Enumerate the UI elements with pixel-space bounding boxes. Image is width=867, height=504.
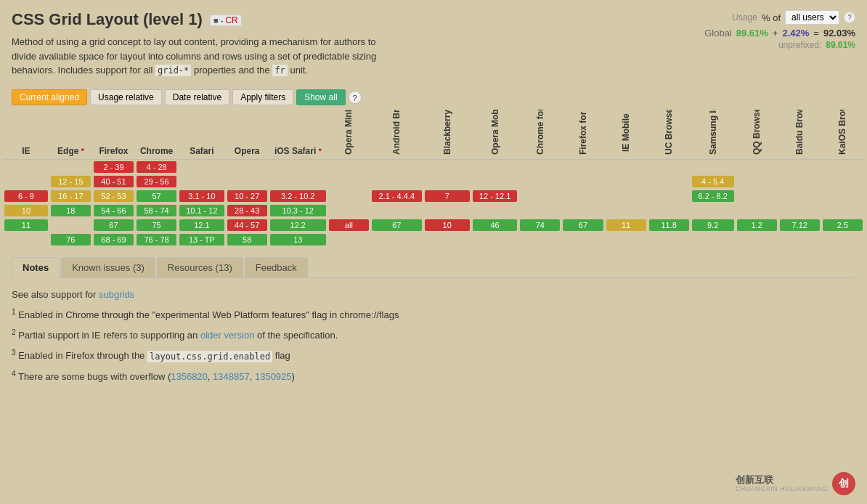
bug-link-1[interactable]: 1356820 bbox=[171, 371, 208, 382]
version-cell-edge-4 bbox=[49, 218, 92, 232]
version-badge[interactable]: 13 - TP bbox=[179, 234, 224, 245]
bug-link-2[interactable]: 1348857 bbox=[213, 371, 250, 382]
version-badge[interactable]: 6 - 9 bbox=[4, 190, 48, 202]
version-badge[interactable]: 13 bbox=[270, 234, 326, 245]
version-badge[interactable]: 11.8 bbox=[649, 219, 689, 231]
version-badge[interactable]: 2.5 bbox=[823, 219, 863, 231]
samsung-header: Samsung Internet bbox=[691, 110, 736, 160]
version-cell-samsung-1: 4 - 5.4 bbox=[691, 174, 736, 189]
version-badge[interactable]: 58 bbox=[227, 234, 267, 245]
global-pct: 89.61% bbox=[736, 28, 768, 38]
feature-description: Method of using a grid concept to lay ou… bbox=[12, 35, 389, 78]
version-cell-ie_mobile-5 bbox=[605, 232, 648, 247]
version-cell-opera_mini-5 bbox=[327, 232, 370, 247]
tab-feedback[interactable]: Feedback bbox=[245, 257, 308, 277]
version-cell-blackberry-1 bbox=[423, 174, 471, 189]
browser-table-wrap: IE Edge * Firefox Chrome Safari Opera bbox=[0, 110, 867, 248]
current-aligned-button[interactable]: Current aligned bbox=[12, 89, 87, 105]
version-badge[interactable]: 10 - 27 bbox=[227, 190, 267, 202]
version-badge[interactable]: 7 bbox=[425, 190, 470, 202]
version-badge[interactable]: 67 bbox=[563, 219, 603, 231]
version-badge[interactable]: 3.2 - 10.2 bbox=[270, 190, 326, 202]
version-cell-firefox-4: 67 bbox=[92, 218, 135, 232]
version-badge[interactable]: 16 - 17 bbox=[51, 190, 91, 202]
usage-relative-button[interactable]: Usage relative bbox=[90, 89, 162, 105]
logo-icon: 创 bbox=[832, 472, 855, 495]
version-badge[interactable]: 46 bbox=[473, 219, 518, 231]
user-filter-select[interactable]: all users bbox=[785, 10, 839, 25]
version-badge[interactable]: 67 bbox=[372, 219, 422, 231]
version-badge[interactable]: 2.1 - 4.4.4 bbox=[372, 190, 422, 202]
version-badge[interactable]: 44 - 57 bbox=[227, 219, 267, 231]
version-cell-firefox_android-4: 67 bbox=[561, 218, 604, 232]
version-cell-ie-3: 10 bbox=[3, 203, 49, 218]
version-badge[interactable]: 40 - 51 bbox=[94, 176, 134, 187]
bug-link-3[interactable]: 1350925 bbox=[255, 371, 292, 382]
version-cell-opera-2: 10 - 27 bbox=[226, 189, 269, 203]
baidu-header: Baidu Browser bbox=[778, 110, 821, 160]
version-badge[interactable]: 2 - 39 bbox=[94, 161, 134, 173]
version-badge[interactable]: 67 bbox=[94, 219, 134, 231]
version-badge[interactable]: 1.2 bbox=[737, 219, 777, 231]
version-cell-ios_safari-3: 10.3 - 12 bbox=[269, 203, 327, 218]
version-cell-qq-0 bbox=[736, 159, 778, 174]
ie-mobile-header: IE Mobile bbox=[605, 110, 648, 160]
version-badge[interactable]: 7.12 bbox=[780, 219, 820, 231]
version-badge[interactable]: 11 bbox=[606, 219, 646, 231]
version-cell-chrome-2: 57 bbox=[135, 189, 178, 203]
version-cell-uc_browser-2 bbox=[648, 189, 691, 203]
version-badge[interactable]: 9.2 bbox=[692, 219, 734, 231]
version-badge[interactable]: 58 - 74 bbox=[137, 205, 176, 216]
version-cell-opera_mobile-1 bbox=[471, 174, 519, 189]
usage-help-button[interactable]: ? bbox=[844, 12, 855, 23]
version-badge[interactable]: 6.2 - 8.2 bbox=[692, 190, 734, 202]
version-badge[interactable]: 12 - 15 bbox=[51, 176, 91, 187]
version-cell-opera_mini-2 bbox=[327, 189, 370, 203]
version-badge[interactable]: 52 - 53 bbox=[94, 190, 134, 202]
version-badge[interactable]: 12.1 bbox=[179, 219, 224, 231]
version-badge[interactable]: 75 bbox=[137, 219, 176, 231]
version-badge[interactable]: 12.2 bbox=[270, 219, 326, 231]
version-badge[interactable]: 10.1 - 12 bbox=[179, 205, 224, 216]
uc-browser-header: UC Browser for Android bbox=[648, 110, 691, 160]
version-badge[interactable]: 18 bbox=[51, 205, 91, 216]
tab-known-issues[interactable]: Known issues (3) bbox=[61, 257, 155, 277]
version-badge[interactable]: 10.3 - 12 bbox=[270, 205, 326, 216]
version-badge[interactable]: 11 bbox=[4, 219, 48, 231]
version-badge[interactable]: 28 - 43 bbox=[227, 205, 267, 216]
version-badge[interactable]: 12 - 12.1 bbox=[473, 190, 518, 202]
version-cell-qq-2 bbox=[736, 189, 778, 203]
date-relative-button[interactable]: Date relative bbox=[165, 89, 229, 105]
version-cell-edge-3: 18 bbox=[49, 203, 92, 218]
browser-table: IE Edge * Firefox Chrome Safari Opera bbox=[3, 110, 864, 248]
version-badge[interactable]: 29 - 56 bbox=[137, 176, 176, 187]
version-badge[interactable]: 76 - 78 bbox=[137, 234, 176, 245]
version-badge[interactable]: 4 - 5.4 bbox=[692, 176, 734, 187]
version-badge[interactable]: 54 - 66 bbox=[94, 205, 134, 216]
version-cell-chrome_android-4: 74 bbox=[518, 218, 561, 232]
added-pct: 2.42% bbox=[782, 28, 809, 38]
tab-notes[interactable]: Notes bbox=[12, 257, 60, 278]
show-all-button[interactable]: Show all bbox=[296, 89, 345, 105]
version-badge[interactable]: 10 bbox=[4, 205, 48, 216]
filter-help-icon[interactable]: ? bbox=[349, 91, 362, 104]
version-cell-ie-1 bbox=[3, 174, 49, 189]
version-badge[interactable]: 4 - 28 bbox=[137, 161, 176, 173]
apply-filters-button[interactable]: Apply filters bbox=[232, 89, 293, 105]
older-version-link[interactable]: older version bbox=[200, 330, 254, 341]
version-cell-firefox-3: 54 - 66 bbox=[92, 203, 135, 218]
tab-resources[interactable]: Resources (13) bbox=[157, 257, 243, 277]
version-badge[interactable]: 68 - 69 bbox=[94, 234, 134, 245]
version-badge[interactable]: 3.1 - 10 bbox=[179, 190, 224, 202]
subgrid-link[interactable]: subgrids bbox=[99, 289, 134, 300]
ie-mobile-name: IE Mobile bbox=[621, 111, 631, 155]
version-cell-ios_safari-0 bbox=[269, 159, 327, 174]
version-badge[interactable]: 74 bbox=[520, 219, 560, 231]
version-badge[interactable]: 57 bbox=[137, 190, 176, 202]
cr-link[interactable]: CR bbox=[225, 15, 237, 25]
unprefixed-label: unprefixed: bbox=[778, 40, 821, 50]
version-badge[interactable]: all bbox=[329, 219, 369, 231]
version-badge[interactable]: 10 bbox=[425, 219, 470, 231]
version-badge[interactable]: 76 bbox=[51, 234, 91, 245]
version-cell-edge-1: 12 - 15 bbox=[49, 174, 92, 189]
